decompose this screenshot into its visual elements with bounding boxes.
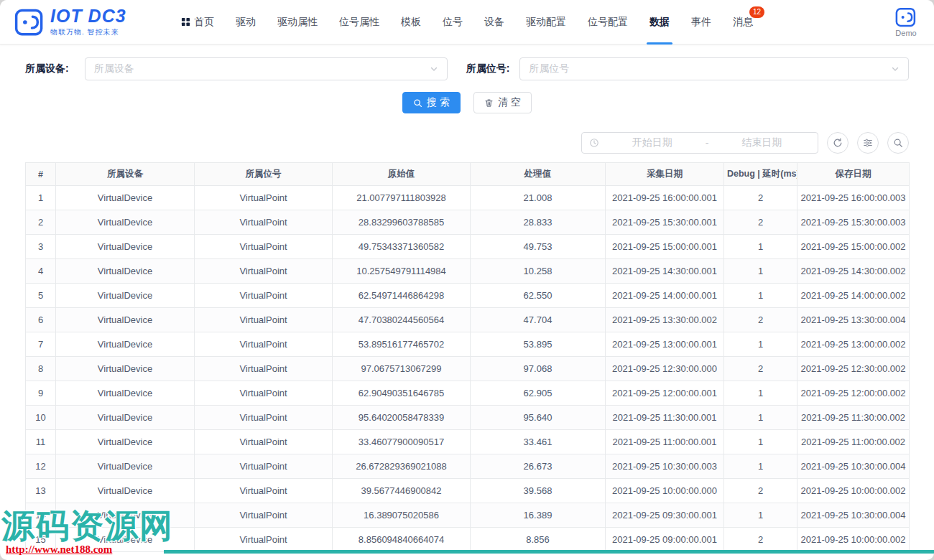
column-settings-button[interactable] xyxy=(857,132,879,154)
nav-item-driver-config[interactable]: 驱动配置 xyxy=(526,0,566,45)
cell-index: 13 xyxy=(26,479,56,503)
app-window: IOT DC3 物联万物. 智控未来 首页 驱动 驱动属性 位号属性 模 xyxy=(0,0,934,560)
table-row[interactable]: 5 VirtualDevice VirtualPoint 62.54971446… xyxy=(26,284,910,308)
start-date-input[interactable]: 开始日期 xyxy=(604,136,701,149)
nav-item-driver[interactable]: 驱动 xyxy=(236,0,256,45)
search-button-label: 搜 索 xyxy=(427,96,450,109)
nav-item-point[interactable]: 位号 xyxy=(443,0,463,45)
cell-collect-date: 2021-09-25 10:30:00.003 xyxy=(606,454,724,479)
table-search-button[interactable] xyxy=(887,132,909,154)
nav-label: 驱动配置 xyxy=(526,16,566,29)
cell-device: VirtualDevice xyxy=(56,503,195,528)
nav-label: 驱动 xyxy=(236,16,256,29)
nav-item-point-attr[interactable]: 位号属性 xyxy=(339,0,379,45)
apps-grid-icon xyxy=(181,17,190,27)
col-header-raw-value: 原始值 xyxy=(333,163,471,186)
nav-item-message[interactable]: 消息 12 xyxy=(733,0,753,45)
cell-collect-date: 2021-09-25 09:30:00.001 xyxy=(606,503,724,528)
trash-icon xyxy=(484,98,494,108)
cell-device: VirtualDevice xyxy=(56,406,195,430)
table-row[interactable]: 11 VirtualDevice VirtualPoint 33.4607790… xyxy=(26,430,910,454)
table-toolbar: 开始日期 - 结束日期 xyxy=(25,132,909,154)
chevron-down-icon xyxy=(891,65,900,73)
cell-collect-date: 2021-09-25 12:30:00.000 xyxy=(606,357,724,381)
cell-debug-latency: 1 xyxy=(724,430,797,454)
cell-debug-latency: 1 xyxy=(724,406,797,430)
nav-item-event[interactable]: 事件 xyxy=(691,0,711,45)
table-row[interactable]: 4 VirtualDevice VirtualPoint 10.25754979… xyxy=(26,259,910,284)
table-row[interactable]: 14 VirtualDevice VirtualPoint 16.3890750… xyxy=(26,503,910,528)
cell-save-date: 2021-09-25 16:00:00.003 xyxy=(797,186,910,210)
table-row[interactable]: 6 VirtualDevice VirtualPoint 47.70380244… xyxy=(26,308,910,332)
refresh-button[interactable] xyxy=(827,132,849,154)
cell-collect-date: 2021-09-25 14:30:00.001 xyxy=(606,259,724,284)
table-row[interactable]: 9 VirtualDevice VirtualPoint 62.90490351… xyxy=(26,381,910,406)
chevron-down-icon xyxy=(430,65,438,73)
nav-item-device[interactable]: 设备 xyxy=(484,0,504,45)
cell-device: VirtualDevice xyxy=(56,186,195,210)
table-row[interactable]: 15 VirtualDevice VirtualPoint 8.85609484… xyxy=(26,528,910,552)
nav-label: 事件 xyxy=(691,16,711,29)
date-range-separator: - xyxy=(706,137,709,149)
col-header-debug-latency: Debug | 延时(ms) xyxy=(724,163,797,186)
cell-device: VirtualDevice xyxy=(56,381,195,406)
demo-account[interactable]: Demo xyxy=(895,6,921,37)
cell-point: VirtualPoint xyxy=(195,284,333,308)
cell-device: VirtualDevice xyxy=(56,332,195,357)
nav-label: 位号属性 xyxy=(339,16,379,29)
device-select[interactable]: 所属设备 xyxy=(85,57,448,80)
cell-save-date: 2021-09-25 13:00:00.002 xyxy=(797,332,910,357)
cell-collect-date: 2021-09-25 11:30:00.001 xyxy=(606,406,724,430)
table-row[interactable]: 10 VirtualDevice VirtualPoint 95.6402005… xyxy=(26,406,910,430)
col-header-index: # xyxy=(26,163,56,186)
brand-title: IOT DC3 xyxy=(50,7,126,25)
date-range-picker[interactable]: 开始日期 - 结束日期 xyxy=(581,132,818,154)
magnifier-icon xyxy=(893,138,903,148)
table-row[interactable]: 13 VirtualDevice VirtualPoint 39.5677446… xyxy=(26,479,910,503)
search-button[interactable]: 搜 索 xyxy=(402,92,461,113)
cell-point: VirtualPoint xyxy=(195,503,333,528)
cell-point: VirtualPoint xyxy=(195,308,333,332)
cell-processed-value: 97.068 xyxy=(471,357,606,381)
filter-row: 所属设备: 所属设备 所属位号: 所属位号 xyxy=(25,57,909,80)
table-row[interactable]: 2 VirtualDevice VirtualPoint 28.83299603… xyxy=(26,210,910,235)
nav-label: 位号 xyxy=(443,16,463,29)
cell-collect-date: 2021-09-25 14:00:00.001 xyxy=(606,284,724,308)
refresh-icon xyxy=(833,138,843,148)
cell-processed-value: 95.640 xyxy=(471,406,606,430)
device-filter-label: 所属设备: xyxy=(25,62,69,75)
cell-collect-date: 2021-09-25 15:30:00.001 xyxy=(606,210,724,235)
nav-item-driver-attr[interactable]: 驱动属性 xyxy=(277,0,318,45)
cell-processed-value: 33.461 xyxy=(471,430,606,454)
table-row[interactable]: 12 VirtualDevice VirtualPoint 26.6728293… xyxy=(26,454,910,479)
cell-debug-latency: 1 xyxy=(724,381,797,406)
nav-item-point-config[interactable]: 位号配置 xyxy=(588,0,628,45)
nav-item-home[interactable]: 首页 xyxy=(181,0,214,45)
cell-point: VirtualPoint xyxy=(195,479,333,503)
table-row[interactable]: 1 VirtualDevice VirtualPoint 21.00779711… xyxy=(26,186,910,210)
cell-point: VirtualPoint xyxy=(195,259,333,284)
cell-collect-date: 2021-09-25 10:00:00.000 xyxy=(606,479,724,503)
cell-point: VirtualPoint xyxy=(195,454,333,479)
cell-save-date: 2021-09-25 10:00:00.002 xyxy=(797,479,910,503)
brand-logo[interactable]: IOT DC3 物联万物. 智控未来 xyxy=(14,7,181,37)
end-date-input[interactable]: 结束日期 xyxy=(713,136,810,149)
cell-processed-value: 8.856 xyxy=(471,528,606,552)
cell-raw-value: 47.70380244560564 xyxy=(333,308,471,332)
cell-raw-value: 95.64020058478339 xyxy=(333,406,471,430)
clear-button[interactable]: 清 空 xyxy=(473,92,532,113)
table-wrap: # 所属设备 所属位号 原始值 处理值 采集日期 Debug | 延时(ms) … xyxy=(25,162,909,552)
table-row[interactable]: 3 VirtualDevice VirtualPoint 49.75343371… xyxy=(26,235,910,259)
col-header-processed-value: 处理值 xyxy=(471,163,606,186)
cell-raw-value: 26.672829369021088 xyxy=(333,454,471,479)
cell-save-date: 2021-09-25 14:00:00.002 xyxy=(797,284,910,308)
nav-item-template[interactable]: 模板 xyxy=(401,0,421,45)
cell-raw-value: 8.856094840664074 xyxy=(333,528,471,552)
message-count-badge: 12 xyxy=(749,6,764,18)
nav-item-data[interactable]: 数据 xyxy=(649,0,670,45)
point-select[interactable]: 所属位号 xyxy=(519,57,909,80)
table-row[interactable]: 7 VirtualDevice VirtualPoint 53.89516177… xyxy=(26,332,910,357)
table-row[interactable]: 8 VirtualDevice VirtualPoint 97.06757130… xyxy=(26,357,910,381)
cell-raw-value: 39.5677446900842 xyxy=(333,479,471,503)
cell-device: VirtualDevice xyxy=(56,479,195,503)
